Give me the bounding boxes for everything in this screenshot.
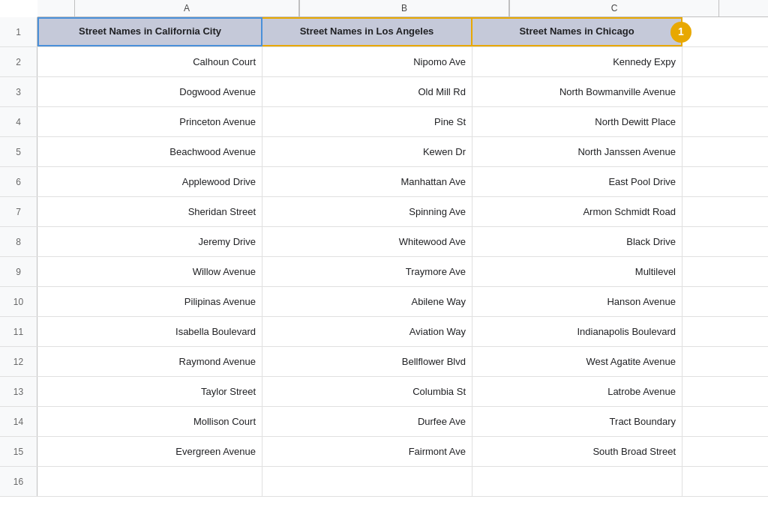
- row-num-3: 3: [0, 77, 38, 106]
- table-row: 14 Mollison Court Durfee Ave Tract Bound…: [0, 407, 768, 437]
- cell-16-b[interactable]: [262, 467, 472, 496]
- cell-10-b[interactable]: Abilene Way: [262, 287, 472, 316]
- cell-5-a[interactable]: Beachwood Avenue: [38, 137, 262, 166]
- spreadsheet: A B C 1 Street Names in California City …: [0, 0, 768, 532]
- notification-badge: 1: [670, 22, 692, 43]
- cell-11-c[interactable]: Indianapolis Boulevard: [472, 317, 682, 346]
- cell-9-a[interactable]: Willow Avenue: [38, 257, 262, 286]
- column-header-c: C: [509, 0, 719, 16]
- row-num-14: 14: [0, 407, 38, 436]
- table-row: 13 Taylor Street Columbia St Latrobe Ave…: [0, 377, 768, 407]
- cell-8-c[interactable]: Black Drive: [472, 227, 682, 256]
- table-row: 6 Applewood Drive Manhattan Ave East Poo…: [0, 167, 768, 197]
- cell-5-b[interactable]: Kewen Dr: [262, 137, 472, 166]
- cell-16-a[interactable]: [38, 467, 262, 496]
- cell-4-a[interactable]: Princeton Avenue: [38, 107, 262, 136]
- cell-11-a[interactable]: Isabella Boulevard: [38, 317, 262, 346]
- row-num-9: 9: [0, 257, 38, 286]
- table-row: 2 Calhoun Court Nipomo Ave Kennedy Expy: [0, 47, 768, 77]
- cell-15-a[interactable]: Evergreen Avenue: [38, 437, 262, 466]
- row-num-2: 2: [0, 47, 38, 76]
- cell-12-a[interactable]: Raymond Avenue: [38, 347, 262, 376]
- row-num-1: 1: [0, 17, 38, 46]
- cell-14-a[interactable]: Mollison Court: [38, 407, 262, 436]
- cell-13-a[interactable]: Taylor Street: [38, 377, 262, 406]
- table-row: 5 Beachwood Avenue Kewen Dr North Jansse…: [0, 137, 768, 167]
- cell-1-b[interactable]: Street Names in Los Angeles: [262, 17, 472, 46]
- row-num-11: 11: [0, 317, 38, 346]
- cell-8-a[interactable]: Jeremy Drive: [38, 227, 262, 256]
- cell-10-c[interactable]: Hanson Avenue: [472, 287, 682, 316]
- cell-1-a[interactable]: Street Names in California City: [38, 17, 262, 46]
- table-row: 16: [0, 467, 768, 497]
- cell-9-b[interactable]: Traymore Ave: [262, 257, 472, 286]
- table-row: 7 Sheridan Street Spinning Ave Armon Sch…: [0, 197, 768, 227]
- row-num-7: 7: [0, 197, 38, 226]
- column-header-a: A: [74, 0, 299, 16]
- table-row: 8 Jeremy Drive Whitewood Ave Black Drive: [0, 227, 768, 257]
- cell-15-c[interactable]: South Broad Street: [472, 437, 682, 466]
- cell-13-c[interactable]: Latrobe Avenue: [472, 377, 682, 406]
- cell-6-b[interactable]: Manhattan Ave: [262, 167, 472, 196]
- row-num-6: 6: [0, 167, 38, 196]
- row-num-8: 8: [0, 227, 38, 256]
- cell-12-c[interactable]: West Agatite Avenue: [472, 347, 682, 376]
- cell-1-c[interactable]: Street Names in Chicago 1: [472, 17, 682, 46]
- cell-15-b[interactable]: Fairmont Ave: [262, 437, 472, 466]
- cell-2-a[interactable]: Calhoun Court: [38, 47, 262, 76]
- column-header-b: B: [299, 0, 509, 16]
- cell-6-c[interactable]: East Pool Drive: [472, 167, 682, 196]
- cell-7-c[interactable]: Armon Schmidt Road: [472, 197, 682, 226]
- cell-5-c[interactable]: North Janssen Avenue: [472, 137, 682, 166]
- row-num-4: 4: [0, 107, 38, 136]
- cell-2-c[interactable]: Kennedy Expy: [472, 47, 682, 76]
- cell-7-b[interactable]: Spinning Ave: [262, 197, 472, 226]
- cell-16-c[interactable]: [472, 467, 682, 496]
- table-row: 10 Pilipinas Avenue Abilene Way Hanson A…: [0, 287, 768, 317]
- row-num-5: 5: [0, 137, 38, 166]
- column-header-row: A B C: [38, 0, 768, 17]
- cell-8-b[interactable]: Whitewood Ave: [262, 227, 472, 256]
- cell-14-c[interactable]: Tract Boundary: [472, 407, 682, 436]
- grid: 1 Street Names in California City Street…: [0, 17, 768, 497]
- cell-9-c[interactable]: Multilevel: [472, 257, 682, 286]
- table-row: 12 Raymond Avenue Bellflower Blvd West A…: [0, 347, 768, 377]
- cell-2-b[interactable]: Nipomo Ave: [262, 47, 472, 76]
- row-num-16: 16: [0, 467, 38, 496]
- header-row: 1 Street Names in California City Street…: [0, 17, 768, 47]
- table-row: 9 Willow Avenue Traymore Ave Multilevel: [0, 257, 768, 287]
- cell-12-b[interactable]: Bellflower Blvd: [262, 347, 472, 376]
- row-num-13: 13: [0, 377, 38, 406]
- table-row: 4 Princeton Avenue Pine St North Dewitt …: [0, 107, 768, 137]
- cell-4-c[interactable]: North Dewitt Place: [472, 107, 682, 136]
- row-num-12: 12: [0, 347, 38, 376]
- row-num-10: 10: [0, 287, 38, 316]
- cell-3-b[interactable]: Old Mill Rd: [262, 77, 472, 106]
- cell-7-a[interactable]: Sheridan Street: [38, 197, 262, 226]
- cell-4-b[interactable]: Pine St: [262, 107, 472, 136]
- cell-3-a[interactable]: Dogwood Avenue: [38, 77, 262, 106]
- cell-6-a[interactable]: Applewood Drive: [38, 167, 262, 196]
- cell-14-b[interactable]: Durfee Ave: [262, 407, 472, 436]
- row-num-15: 15: [0, 437, 38, 466]
- cell-13-b[interactable]: Columbia St: [262, 377, 472, 406]
- cell-3-c[interactable]: North Bowmanville Avenue: [472, 77, 682, 106]
- cell-11-b[interactable]: Aviation Way: [262, 317, 472, 346]
- table-row: 11 Isabella Boulevard Aviation Way India…: [0, 317, 768, 347]
- cell-10-a[interactable]: Pilipinas Avenue: [38, 287, 262, 316]
- table-row: 15 Evergreen Avenue Fairmont Ave South B…: [0, 437, 768, 467]
- table-row: 3 Dogwood Avenue Old Mill Rd North Bowma…: [0, 77, 768, 107]
